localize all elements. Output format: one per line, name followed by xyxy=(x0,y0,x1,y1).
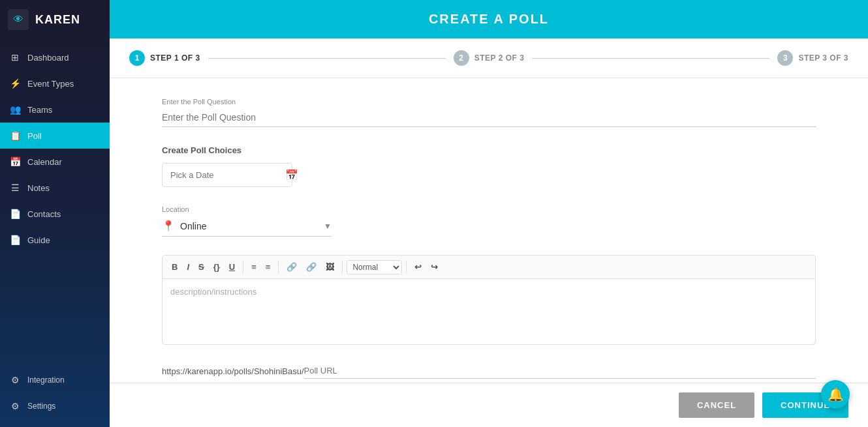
sidebar-item-guide[interactable]: 📄 Guide xyxy=(0,227,110,253)
image-button[interactable]: 🖼 xyxy=(322,259,338,274)
question-input[interactable] xyxy=(162,108,816,127)
step-2-circle: 2 xyxy=(454,50,469,66)
question-group: Enter the Poll Question xyxy=(162,98,816,127)
event-types-icon: ⚡ xyxy=(9,78,21,89)
contacts-icon: 📄 xyxy=(9,209,21,219)
undo-button[interactable]: ↩ xyxy=(411,259,426,274)
sidebar: 👁 KAREN ⊞ Dashboard ⚡ Event Types 👥 Team… xyxy=(0,0,110,427)
integration-icon: ⚙ xyxy=(9,375,21,385)
toolbar-divider-2 xyxy=(278,261,279,273)
unordered-list-button[interactable]: ≡ xyxy=(262,259,275,274)
redo-button[interactable]: ↪ xyxy=(427,259,442,274)
steps-bar: 1 STEP 1 OF 3 2 STEP 2 OF 3 3 STEP 3 OF … xyxy=(110,38,868,78)
calendar-icon: 📅 xyxy=(9,156,21,167)
poll-form-area: Enter the Poll Question Create Poll Choi… xyxy=(110,78,868,383)
step-line-1 xyxy=(208,58,446,59)
sidebar-item-integration[interactable]: ⚙ Integration xyxy=(0,367,110,393)
dashboard-icon: ⊞ xyxy=(9,52,21,63)
sidebar-item-settings[interactable]: ⚙ Settings xyxy=(0,393,110,419)
location-chevron-icon: ▼ xyxy=(324,222,332,231)
date-picker-input[interactable] xyxy=(170,170,280,180)
sidebar-item-dashboard[interactable]: ⊞ Dashboard xyxy=(0,44,110,70)
sidebar-item-label-calendar: Calendar xyxy=(27,157,62,167)
cancel-button[interactable]: CANCEL xyxy=(679,392,754,418)
toolbar-divider-3 xyxy=(342,261,343,273)
strikethrough-button[interactable]: S xyxy=(194,259,208,274)
app-logo-icon: 👁 xyxy=(8,9,29,30)
sidebar-bottom: ⚙ Integration ⚙ Settings xyxy=(0,367,110,427)
step-3-label: STEP 3 OF 3 xyxy=(798,53,848,63)
notes-icon: ☰ xyxy=(9,183,21,193)
editor-body[interactable]: description/instructions xyxy=(163,279,815,344)
step-3: 3 STEP 3 OF 3 xyxy=(777,50,848,66)
step-2-label: STEP 2 OF 3 xyxy=(474,53,525,63)
step-1-circle: 1 xyxy=(129,50,145,66)
sidebar-item-event-types[interactable]: ⚡ Event Types xyxy=(0,70,110,96)
poll-url-base: https://karenapp.io/polls/ShohiniBasu/ xyxy=(162,366,304,376)
sidebar-logo: 👁 KAREN xyxy=(0,0,110,39)
sidebar-nav: ⊞ Dashboard ⚡ Event Types 👥 Teams 📋 Poll… xyxy=(0,39,110,367)
editor-placeholder: description/instructions xyxy=(170,287,256,297)
link-button[interactable]: 🔗 xyxy=(283,259,301,274)
format-select[interactable]: Normal Heading 1 Heading 2 Heading 3 xyxy=(347,260,402,274)
sidebar-item-label-poll: Poll xyxy=(27,131,42,141)
sidebar-item-calendar[interactable]: 📅 Calendar xyxy=(0,149,110,175)
question-label: Enter the Poll Question xyxy=(162,98,816,106)
sidebar-item-label-contacts: Contacts xyxy=(27,209,61,219)
location-select[interactable]: Online In Person Other xyxy=(180,221,318,231)
settings-icon: ⚙ xyxy=(9,401,21,411)
location-pin-icon: 📍 xyxy=(162,220,175,232)
form-footer: CANCEL CONTINUE xyxy=(110,383,868,427)
date-picker-row[interactable]: 📅 xyxy=(162,163,292,187)
code-block-button[interactable]: {} xyxy=(209,259,224,274)
editor-toolbar: B I S {} U ≡ ≡ 🔗 🔗 🖼 Normal Heading 1 xyxy=(163,256,815,279)
poll-url-input[interactable] xyxy=(304,363,816,379)
location-group: Location 📍 Online In Person Other ▼ xyxy=(162,205,816,237)
step-3-circle: 3 xyxy=(777,50,793,66)
sidebar-item-poll[interactable]: 📋 Poll xyxy=(0,123,110,149)
location-row: 📍 Online In Person Other ▼ xyxy=(162,216,332,237)
sidebar-item-label-dashboard: Dashboard xyxy=(27,53,69,63)
app-name: KAREN xyxy=(35,13,80,27)
poll-url-row: https://karenapp.io/polls/ShohiniBasu/ xyxy=(162,363,816,379)
toolbar-divider-1 xyxy=(243,261,243,273)
poll-header: CREATE A POLL xyxy=(110,0,868,38)
sidebar-item-teams[interactable]: 👥 Teams xyxy=(0,96,110,123)
step-1-label: STEP 1 OF 3 xyxy=(150,53,200,63)
teams-icon: 👥 xyxy=(9,104,21,115)
sidebar-item-label-teams: Teams xyxy=(27,105,52,115)
sidebar-item-contacts[interactable]: 📄 Contacts xyxy=(0,201,110,227)
unlink-button[interactable]: 🔗 xyxy=(302,259,320,274)
choices-title: Create Poll Choices xyxy=(162,145,816,155)
sidebar-item-label-event-types: Event Types xyxy=(27,79,74,89)
guide-icon: 📄 xyxy=(9,235,21,245)
main-content: CREATE A POLL 1 STEP 1 OF 3 2 STEP 2 OF … xyxy=(110,0,868,427)
ordered-list-button[interactable]: ≡ xyxy=(247,259,260,274)
poll-header-title: CREATE A POLL xyxy=(429,12,549,26)
choices-group: Create Poll Choices 📅 xyxy=(162,145,816,187)
poll-icon: 📋 xyxy=(9,130,21,141)
sidebar-item-label-settings: Settings xyxy=(27,402,55,411)
sidebar-item-label-notes: Notes xyxy=(27,183,50,193)
step-1: 1 STEP 1 OF 3 xyxy=(129,50,200,66)
editor-group: B I S {} U ≡ ≡ 🔗 🔗 🖼 Normal Heading 1 xyxy=(162,255,816,345)
toolbar-divider-4 xyxy=(406,261,407,273)
sidebar-item-label-guide: Guide xyxy=(27,235,50,245)
sidebar-item-notes[interactable]: ☰ Notes xyxy=(0,175,110,201)
location-label: Location xyxy=(162,205,816,213)
bold-button[interactable]: B xyxy=(168,259,181,274)
calendar-picker-icon[interactable]: 📅 xyxy=(285,169,298,181)
notification-bell[interactable]: 🔔 xyxy=(821,380,850,409)
underline-button[interactable]: U xyxy=(225,259,239,274)
step-2: 2 STEP 2 OF 3 xyxy=(454,50,525,66)
step-line-2 xyxy=(532,58,769,59)
rich-text-editor: B I S {} U ≡ ≡ 🔗 🔗 🖼 Normal Heading 1 xyxy=(162,255,816,345)
sidebar-item-label-integration: Integration xyxy=(27,375,65,385)
italic-button[interactable]: I xyxy=(183,259,193,274)
